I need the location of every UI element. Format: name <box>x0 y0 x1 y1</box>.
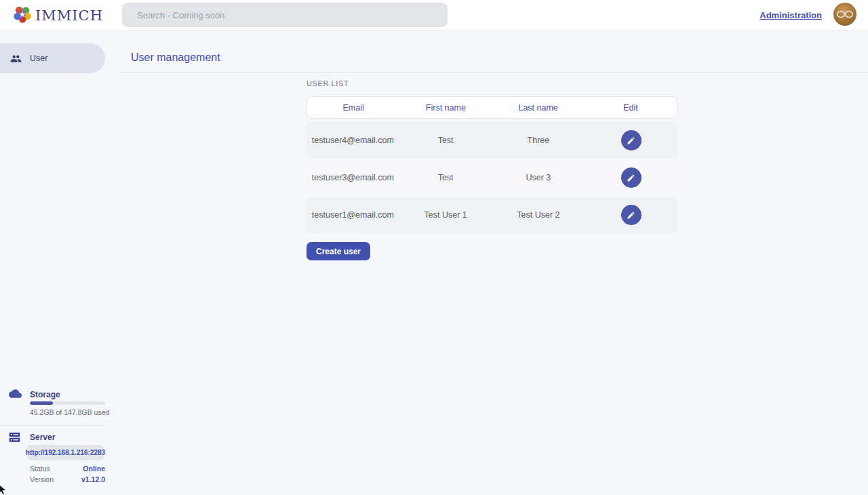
server-url-badge: http://192.168.1.216:2283 <box>27 445 104 460</box>
sidebar-item-user-label: User <box>30 54 47 63</box>
title-divider <box>116 72 868 73</box>
edit-user-button[interactable] <box>621 130 642 151</box>
column-header-email: Email <box>307 103 399 113</box>
server-version-row: Version v1.12.0 <box>30 475 105 483</box>
status-label: Status <box>30 464 50 473</box>
search-input[interactable] <box>122 3 448 27</box>
column-header-last-name: Last name <box>492 103 585 113</box>
server-section-title: Server <box>30 433 55 442</box>
user-table: Email First name Last name Edit testuser… <box>307 96 677 234</box>
sidebar-divider <box>0 425 105 426</box>
cell-last-name: Test User 2 <box>492 210 585 220</box>
create-user-button[interactable]: Create user <box>307 242 370 260</box>
users-group-icon <box>10 53 22 64</box>
column-header-edit: Edit <box>585 103 677 113</box>
storage-section-title: Storage <box>30 390 60 399</box>
version-value: v1.12.0 <box>81 475 105 483</box>
pencil-icon <box>627 174 635 182</box>
pencil-icon <box>627 211 635 220</box>
table-row: testuser4@email.com Test Three <box>307 122 677 159</box>
edit-user-button[interactable] <box>621 205 642 225</box>
page-title: User management <box>131 52 220 64</box>
sidebar-item-user[interactable]: User <box>0 43 105 73</box>
cell-first-name: Test <box>399 136 492 145</box>
server-icon <box>9 432 20 446</box>
cell-email: testuser3@email.com <box>307 173 399 182</box>
table-body: testuser4@email.com Test Three testuser3… <box>307 122 677 233</box>
cell-first-name: Test <box>399 173 492 182</box>
column-header-first-name: First name <box>399 103 492 113</box>
administration-link[interactable]: Administration <box>760 10 822 20</box>
cell-email: testuser4@email.com <box>307 136 399 145</box>
edit-user-button[interactable] <box>621 167 642 188</box>
cell-email: testuser1@email.com <box>307 210 399 220</box>
status-value: Online <box>83 464 105 473</box>
storage-progress-bar <box>30 401 105 405</box>
table-row: testuser1@email.com Test User 1 Test Use… <box>307 197 677 233</box>
logo-wordmark: IMMICH <box>35 7 103 24</box>
cell-last-name: User 3 <box>492 173 585 182</box>
avatar-glasses-photo <box>836 9 854 19</box>
table-row: testuser3@email.com Test User 3 <box>307 159 677 196</box>
server-status-row: Status Online <box>30 464 105 473</box>
table-header-row: Email First name Last name Edit <box>307 96 677 119</box>
immich-logo[interactable]: IMMICH <box>12 4 103 27</box>
storage-progress-fill <box>30 401 53 405</box>
immich-flower-icon <box>12 4 33 27</box>
storage-usage-text: 45.2GB of 147.8GB used <box>30 408 109 416</box>
cell-first-name: Test User 1 <box>399 210 492 220</box>
user-avatar[interactable] <box>833 3 856 26</box>
pencil-icon <box>627 136 635 145</box>
cell-last-name: Three <box>492 136 585 145</box>
version-label: Version <box>30 475 54 483</box>
cloud-storage-icon <box>9 389 22 401</box>
user-list-section-label: USER LIST <box>307 79 349 87</box>
top-navbar: IMMICH Administration <box>0 0 868 31</box>
